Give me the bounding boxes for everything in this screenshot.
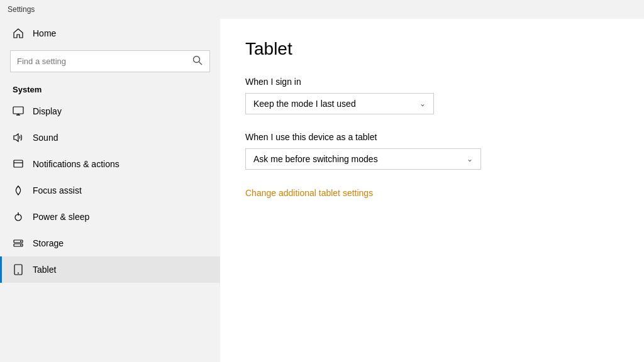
storage-icon: [13, 238, 24, 249]
sound-label: Sound: [33, 133, 58, 143]
search-bar[interactable]: [10, 50, 210, 72]
power-label: Power & sleep: [33, 212, 89, 222]
tablet-label: Tablet: [33, 265, 56, 275]
storage-label: Storage: [33, 238, 64, 248]
display-icon: [13, 106, 24, 117]
main-content: Tablet When I sign in Keep the mode I la…: [220, 19, 644, 362]
sound-icon: [13, 132, 24, 143]
chevron-down-icon-2: ⌄: [467, 155, 473, 163]
focus-label: Focus assist: [33, 185, 82, 195]
svg-rect-6: [14, 160, 23, 167]
additional-settings-link[interactable]: Change additional tablet settings: [245, 188, 373, 198]
sign-in-dropdown-value: Keep the mode I last used: [253, 99, 356, 109]
sidebar: Home System Display: [0, 19, 220, 362]
sidebar-item-storage[interactable]: Storage: [0, 230, 220, 256]
chevron-down-icon: ⌄: [419, 99, 426, 108]
sidebar-item-tablet[interactable]: Tablet: [0, 256, 220, 283]
svg-point-0: [194, 57, 200, 63]
home-label: Home: [33, 28, 56, 38]
tablet-use-dropdown-value: Ask me before switching modes: [253, 154, 378, 164]
app-container: Home System Display: [0, 19, 644, 362]
sign-in-section: When I sign in Keep the mode I last used…: [245, 77, 619, 114]
sidebar-item-focus[interactable]: Focus assist: [0, 177, 220, 204]
tablet-icon: [13, 264, 24, 275]
section-label: System: [0, 80, 220, 98]
additional-settings-section: Change additional tablet settings: [245, 187, 619, 199]
svg-point-12: [20, 241, 21, 242]
sidebar-item-display[interactable]: Display: [0, 98, 220, 124]
tablet-use-label: When I use this device as a tablet: [245, 132, 619, 142]
page-title: Tablet: [245, 39, 619, 59]
sign-in-label: When I sign in: [245, 77, 619, 87]
sidebar-item-notifications[interactable]: Notifications & actions: [0, 151, 220, 177]
svg-rect-2: [13, 107, 23, 114]
power-icon: [13, 211, 24, 222]
app-title: Settings: [8, 5, 35, 14]
sidebar-item-power[interactable]: Power & sleep: [0, 204, 220, 230]
svg-point-13: [20, 244, 21, 246]
tablet-use-section: When I use this device as a tablet Ask m…: [245, 132, 619, 170]
notifications-icon: [13, 158, 24, 170]
svg-marker-5: [14, 134, 18, 141]
home-icon: [13, 28, 24, 39]
home-button[interactable]: Home: [0, 19, 220, 48]
search-icon: [192, 55, 203, 68]
tablet-use-dropdown[interactable]: Ask me before switching modes ⌄: [245, 148, 481, 170]
focus-icon: [13, 185, 24, 196]
search-input[interactable]: [17, 57, 187, 66]
svg-line-1: [199, 62, 203, 65]
display-label: Display: [33, 106, 62, 116]
sidebar-item-sound[interactable]: Sound: [0, 124, 220, 151]
svg-point-15: [18, 273, 19, 274]
notifications-label: Notifications & actions: [33, 159, 119, 169]
title-bar: Settings: [0, 0, 644, 19]
sign-in-dropdown[interactable]: Keep the mode I last used ⌄: [245, 93, 434, 114]
